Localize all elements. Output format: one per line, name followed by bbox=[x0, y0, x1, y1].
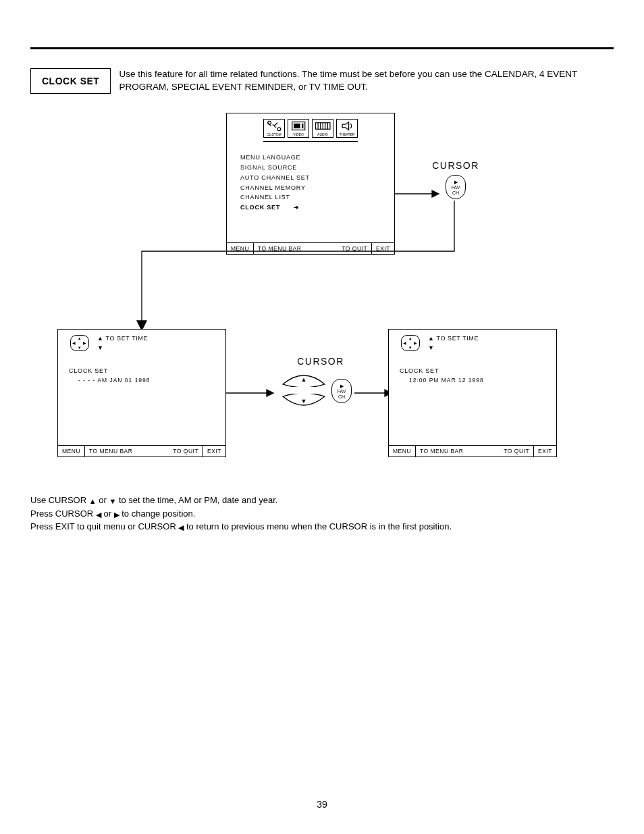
footer-menu: MENU bbox=[389, 446, 416, 457]
cursor-up-pad: ▲ bbox=[277, 371, 330, 387]
instruction-line: Use CURSOR ▲ or ▼ to set the time, AM or… bbox=[30, 494, 614, 507]
footer-exit: EXIT bbox=[203, 446, 225, 457]
screen-footer: MENU TO MENU BAR TO QUIT EXIT bbox=[389, 445, 556, 457]
menu-item: SIGNAL SOURCE bbox=[240, 163, 394, 173]
tab-theater: THEATER bbox=[336, 119, 358, 138]
triangle-up-icon: ▲ bbox=[89, 497, 97, 505]
tab-video: VIDEO bbox=[288, 119, 309, 138]
menu-item: CHANNEL MEMORY bbox=[240, 183, 394, 193]
set-time-label: ▲ TO SET TIME ▼ bbox=[97, 335, 148, 351]
clock-value: - - - - AM JAN 01 1998 bbox=[69, 374, 225, 384]
instructions: Use CURSOR ▲ or ▼ to set the time, AM or… bbox=[30, 494, 614, 533]
diagram: CUSTOM VIDEO AUDIO THEATER MENU LANGUAGE… bbox=[30, 113, 614, 491]
wrench-icon bbox=[265, 120, 284, 132]
svg-text:▲: ▲ bbox=[301, 376, 307, 383]
triangle-right-icon: ▶ bbox=[454, 180, 458, 184]
clock-set-screen-result: ▲▼◀▶ ▲ TO SET TIME ▼ CLOCK SET 12:00 PM … bbox=[388, 329, 557, 457]
menu-item: AUTO CHANNEL SET bbox=[240, 173, 394, 183]
set-header: ▲▼◀▶ ▲ TO SET TIME ▼ bbox=[58, 330, 225, 355]
svg-marker-12 bbox=[432, 190, 439, 197]
triangle-down-icon: ▼ bbox=[109, 497, 116, 505]
section-title: CLOCK SET bbox=[42, 76, 99, 86]
footer-menu: MENU bbox=[58, 446, 85, 457]
flow-arrow bbox=[111, 201, 462, 336]
instruction-line: Press EXIT to quit menu or CURSOR ◀ to r… bbox=[30, 520, 614, 533]
dpad-icon: ▲▼◀▶ bbox=[401, 335, 420, 351]
tab-underline bbox=[263, 141, 358, 142]
svg-point-1 bbox=[277, 128, 281, 131]
set-time-label: ▲ TO SET TIME ▼ bbox=[428, 335, 479, 351]
triangle-right-icon: ▶ bbox=[340, 384, 344, 388]
set-body: CLOCK SET - - - - AM JAN 01 1998 bbox=[58, 355, 225, 384]
instruction-line: Press CURSOR ◀ or ▶ to change position. bbox=[30, 507, 614, 521]
clock-set-screen-initial: ▲▼◀▶ ▲ TO SET TIME ▼ CLOCK SET - - - - A… bbox=[57, 329, 226, 457]
dpad-icon: ▲▼◀▶ bbox=[70, 335, 89, 351]
header-row: CLOCK SET Use this feature for all time … bbox=[30, 68, 614, 94]
footer-to-quit: TO QUIT bbox=[500, 446, 533, 457]
tv-icon bbox=[289, 120, 308, 132]
fav-ch-button: ▶ FAV CH bbox=[331, 379, 352, 403]
flow-arrow bbox=[226, 386, 277, 400]
triangle-down-icon: ▼ bbox=[428, 344, 435, 351]
triangle-right-icon: ▶ bbox=[114, 511, 119, 519]
keyboard-icon bbox=[313, 120, 333, 132]
screen-footer: MENU TO MENU BAR TO QUIT EXIT bbox=[58, 445, 225, 457]
set-body: CLOCK SET 12:00 PM MAR 12 1998 bbox=[389, 355, 556, 384]
section-title-box: CLOCK SET bbox=[30, 68, 111, 94]
footer-to-menu-bar: TO MENU BAR bbox=[416, 446, 467, 457]
cursor-down-pad: ▼ bbox=[277, 394, 330, 410]
cursor-block-mid: CURSOR ▲ ▼ ▶ FAV CH bbox=[267, 356, 375, 414]
flow-arrow bbox=[395, 187, 442, 201]
tab-custom: CUSTOM bbox=[263, 119, 285, 138]
clock-value: 12:00 PM MAR 12 1998 bbox=[400, 374, 556, 384]
svg-marker-17 bbox=[267, 390, 273, 396]
page-top-rule bbox=[30, 47, 614, 49]
cursor-label: CURSOR bbox=[408, 160, 503, 171]
triangle-left-icon: ◀ bbox=[96, 511, 101, 519]
footer-to-menu-bar: TO MENU BAR bbox=[85, 446, 136, 457]
footer-to-quit: TO QUIT bbox=[169, 446, 203, 457]
tab-row: CUSTOM VIDEO AUDIO THEATER bbox=[227, 113, 394, 141]
svg-rect-4 bbox=[302, 124, 303, 128]
footer-exit: EXIT bbox=[533, 446, 556, 457]
triangle-down-icon: ▼ bbox=[97, 344, 104, 351]
tab-audio: AUDIO bbox=[312, 119, 333, 138]
triangle-up-icon: ▲ bbox=[97, 335, 105, 342]
clock-set-heading: CLOCK SET bbox=[69, 367, 225, 374]
cursor-label: CURSOR bbox=[267, 356, 375, 367]
svg-rect-3 bbox=[294, 124, 300, 128]
svg-text:▼: ▼ bbox=[301, 398, 307, 405]
intro-text: Use this feature for all time related fu… bbox=[119, 68, 614, 94]
clock-set-heading: CLOCK SET bbox=[400, 367, 556, 374]
triangle-up-icon: ▲ bbox=[428, 335, 436, 342]
speaker-icon bbox=[338, 120, 357, 132]
page-number: 39 bbox=[317, 799, 327, 810]
fav-ch-button: ▶ FAV CH bbox=[446, 175, 466, 199]
set-header: ▲▼◀▶ ▲ TO SET TIME ▼ bbox=[389, 330, 556, 355]
menu-item: MENU LANGUAGE bbox=[240, 153, 394, 163]
